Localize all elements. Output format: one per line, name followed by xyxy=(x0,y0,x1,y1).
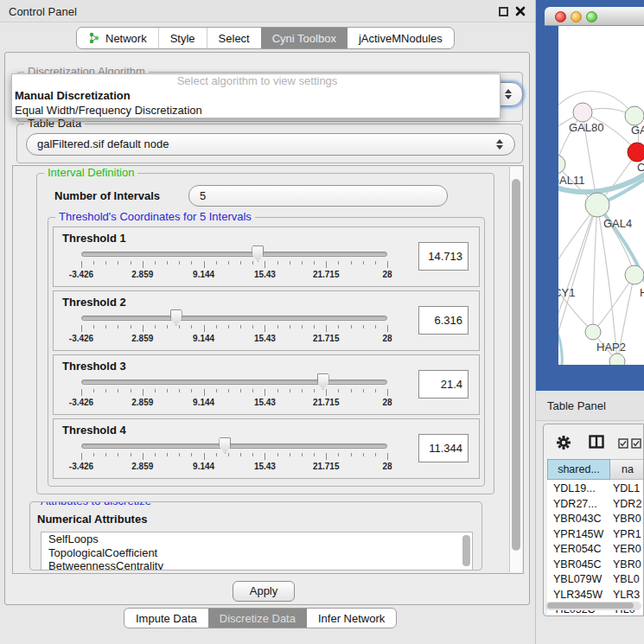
algorithm-option-equal-width-frequency-discretization[interactable]: Equal Width/Frequency Discretization xyxy=(12,103,500,118)
threshold-slider-track[interactable] xyxy=(81,379,387,385)
network-node-gal11[interactable] xyxy=(558,155,565,174)
tab-style[interactable]: Style xyxy=(158,28,207,48)
tick-label: 9.144 xyxy=(193,462,214,471)
tick-mark xyxy=(338,261,339,265)
algorithm-option-placeholder[interactable]: Select algorithm to view settings xyxy=(12,74,500,88)
tick-mark xyxy=(155,389,156,392)
threshold-value-field[interactable]: 14.713 xyxy=(418,242,469,271)
tick-mark xyxy=(290,453,290,456)
tick-mark xyxy=(167,261,168,265)
tick-label: 9.144 xyxy=(193,270,214,279)
tick-mark xyxy=(81,325,82,332)
close-traffic-light[interactable] xyxy=(555,11,566,22)
tick-mark xyxy=(338,389,339,392)
tick-mark xyxy=(351,325,352,328)
list-scrollbar-thumb[interactable] xyxy=(462,535,470,566)
attribute-item-topologicalcoefficient[interactable]: TopologicalCoefficient xyxy=(41,546,472,560)
tick-mark xyxy=(302,389,303,392)
threshold-panel-3: Threshold 3-3.4262.8599.14415.4321.71528… xyxy=(53,354,480,415)
zoom-traffic-light[interactable] xyxy=(586,11,597,22)
float-window-icon[interactable] xyxy=(499,7,508,16)
tick-mark xyxy=(277,261,278,265)
column-header-name[interactable]: na xyxy=(610,459,644,480)
network-node-hap2[interactable] xyxy=(585,324,601,340)
threshold-slider-thumb[interactable] xyxy=(317,373,329,390)
tick-label: 15.43 xyxy=(254,270,276,279)
threshold-slider-thumb[interactable] xyxy=(252,245,264,262)
tick-mark xyxy=(228,261,229,265)
cyni-bottom-tabbar: Impute DataDiscretize DataInfer Network xyxy=(124,608,397,628)
minimize-traffic-light[interactable] xyxy=(571,11,582,22)
cell-shared-name: YER054C xyxy=(553,543,602,555)
tab-impute-data[interactable]: Impute Data xyxy=(124,609,208,628)
tab-select[interactable]: Select xyxy=(207,28,261,48)
table-columns-icon[interactable] xyxy=(589,435,604,452)
slider-ticks xyxy=(81,453,387,461)
table-data-combobox[interactable]: galFiltered.sif default node xyxy=(26,133,515,156)
scrollbar-thumb[interactable] xyxy=(547,603,634,609)
network-node[interactable] xyxy=(609,354,625,365)
table-horizontal-scrollbar[interactable] xyxy=(545,602,641,610)
tick-mark xyxy=(387,261,388,268)
table-row[interactable]: YBR043CYBR0 xyxy=(547,512,644,527)
slider-tick-labels: -3.4262.8599.14415.4321.71528 xyxy=(81,334,387,344)
tick-mark xyxy=(363,261,364,265)
tab-jactivemnodules[interactable]: jActiveMNodules xyxy=(348,28,454,48)
tab-label: Select xyxy=(219,32,250,45)
threshold-slider-thumb[interactable] xyxy=(170,309,182,326)
slider-tick-labels: -3.4262.8599.14415.4321.71528 xyxy=(81,462,387,472)
table-row[interactable]: YLR345WYLR3 xyxy=(547,588,644,603)
tab-network[interactable]: Network xyxy=(77,28,158,48)
threshold-panel-4: Threshold 4-3.4262.8599.14415.4321.71528… xyxy=(53,418,480,479)
table-row[interactable]: YPR145WYPR1 xyxy=(547,527,644,543)
threshold-slider-track[interactable] xyxy=(81,252,387,257)
tick-mark xyxy=(240,325,241,328)
network-node-gal80[interactable] xyxy=(573,103,592,122)
threshold-label: Threshold 4 xyxy=(62,424,126,437)
network-node-h[interactable] xyxy=(625,265,644,284)
tick-mark xyxy=(326,453,327,460)
checkbox-icon[interactable] xyxy=(631,437,641,452)
threshold-slider-thumb[interactable] xyxy=(219,437,231,454)
number-of-intervals-combobox[interactable]: 5 xyxy=(188,185,448,207)
tick-mark xyxy=(143,453,143,460)
right-side: GAL80GACGAL11GAL4GCY1HHAP2 Table Panel xyxy=(536,0,644,644)
tick-label: 2.859 xyxy=(131,462,153,471)
cell-name: YBR0 xyxy=(613,558,641,571)
tab-cyni-toolbox[interactable]: Cyni Toolbox xyxy=(261,28,348,48)
column-header-shared-name[interactable]: shared... xyxy=(547,459,610,480)
attribute-item-selfloops[interactable]: SelfLoops xyxy=(41,532,472,546)
tick-label: 28 xyxy=(382,398,392,407)
table-row[interactable]: YBL079WYBL0 xyxy=(547,572,644,588)
close-window-icon[interactable] xyxy=(514,5,526,17)
threshold-slider-track[interactable] xyxy=(81,316,387,321)
apply-button[interactable]: Apply xyxy=(233,581,295,602)
table-row[interactable]: YBR045CYBR0 xyxy=(547,558,644,573)
cell-name: YPR1 xyxy=(613,528,641,540)
tab-discretize-data[interactable]: Discretize Data xyxy=(208,609,307,628)
threshold-value-field[interactable]: 21.4 xyxy=(418,370,469,399)
settings-vertical-scrollbar[interactable] xyxy=(509,167,522,572)
cell-shared-name: YDL19... xyxy=(553,482,596,494)
algorithm-option-manual-discretization[interactable]: Manual Discretization xyxy=(12,88,500,103)
tick-mark xyxy=(216,389,217,392)
table-row[interactable]: YDL19...YDL1 xyxy=(547,481,644,497)
attribute-item-betweennesscentrality[interactable]: BetweennessCentrality xyxy=(41,559,472,571)
threshold-value-field[interactable]: 11.344 xyxy=(418,434,469,462)
tab-infer-network[interactable]: Infer Network xyxy=(307,609,396,628)
threshold-slider-track[interactable] xyxy=(81,443,387,449)
network-node-c[interactable] xyxy=(628,143,644,162)
slider-ticks xyxy=(81,325,387,333)
table-row[interactable]: YER054CYER0 xyxy=(547,542,644,558)
table-settings-gear-icon[interactable] xyxy=(556,435,571,454)
table-row[interactable]: YDR27...YDR2 xyxy=(547,497,644,513)
network-node-gal4[interactable] xyxy=(585,193,609,217)
checkbox-icon[interactable] xyxy=(618,437,628,452)
threshold-value-field[interactable]: 6.316 xyxy=(418,306,469,335)
network-node-ga[interactable] xyxy=(625,106,644,125)
tick-mark xyxy=(167,325,168,328)
scrollbar-thumb[interactable] xyxy=(512,179,520,551)
algorithm-dropdown-popup: Select algorithm to view settings Manual… xyxy=(11,73,501,118)
tick-mark xyxy=(265,389,265,396)
network-canvas[interactable]: GAL80GACGAL11GAL4GCY1HHAP2 xyxy=(558,26,644,365)
